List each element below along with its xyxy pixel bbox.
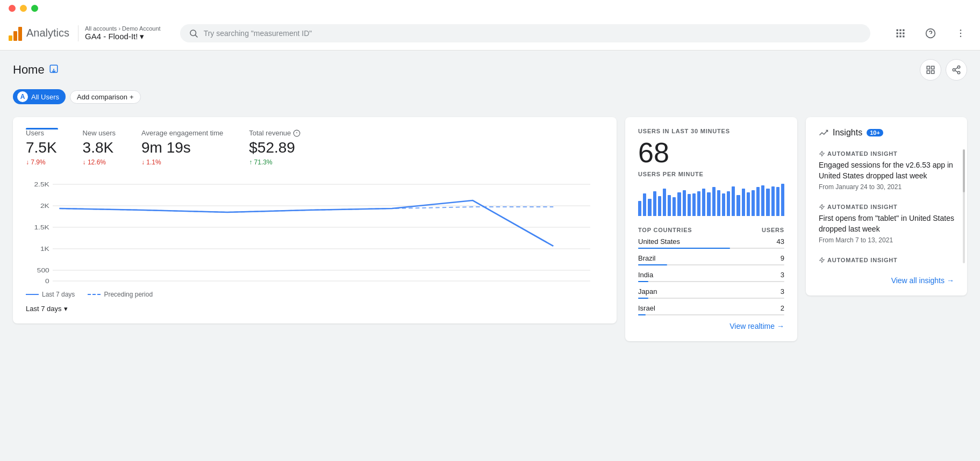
- svg-marker-51: [820, 204, 825, 210]
- svg-rect-7: [903, 32, 904, 34]
- metric-engagement-change: ↓ 1.1%: [141, 159, 223, 166]
- search-icon: [189, 28, 198, 38]
- automated-insight-icon-3: [819, 257, 825, 263]
- app-name: Analytics: [26, 27, 69, 39]
- mini-bars-chart: [638, 184, 784, 216]
- insight-type-label-3: AUTOMATED INSIGHT: [819, 257, 954, 263]
- mini-bar: [776, 187, 779, 216]
- country-row: Japan3: [638, 287, 784, 299]
- svg-text:1.5K: 1.5K: [34, 224, 49, 230]
- realtime-card: USERS IN LAST 30 MINUTES 68 USERS PER MI…: [625, 117, 797, 341]
- insight-title-1: Engaged sessions for the v2.6.53 app in …: [819, 160, 954, 181]
- metric-engagement-label: Average engagement time: [141, 129, 223, 137]
- mini-bar: [771, 186, 775, 216]
- svg-text:06: 06: [304, 285, 312, 286]
- insight-date-2: From March 7 to 13, 2021: [819, 236, 954, 244]
- country-row: Israel2: [638, 304, 784, 315]
- legend-preceding-label: Preceding period: [104, 291, 153, 298]
- mini-bar: [663, 189, 666, 216]
- page-header-actions: [920, 59, 967, 81]
- svg-marker-50: [820, 151, 825, 156]
- svg-point-0: [190, 30, 196, 36]
- legend-dashed-line: [88, 294, 101, 295]
- legend-last7-label: Last 7 days: [42, 291, 75, 298]
- date-range-button[interactable]: Last 7 days ▾: [26, 305, 604, 313]
- search-bar[interactable]: Try searching "measurement ID": [180, 24, 870, 42]
- insight-date-1: From January 24 to 30, 2021: [819, 183, 954, 191]
- mini-bar: [697, 191, 700, 216]
- realtime-per-minute-label: USERS PER MINUTE: [638, 171, 784, 177]
- svg-line-26: [955, 68, 957, 69]
- mini-bar: [668, 195, 671, 216]
- metric-users-change: ↓ 7.9%: [26, 159, 57, 166]
- mini-bar: [707, 192, 710, 216]
- mini-bar: [677, 192, 681, 216]
- close-button[interactable]: [9, 5, 16, 12]
- mini-bar: [688, 194, 691, 216]
- svg-text:2.5K: 2.5K: [34, 181, 49, 188]
- chart-container: 2.5K 2K 1.5K 1K 500 0 03 Apr 04 05 06 07…: [26, 179, 604, 286]
- mini-bar: [683, 190, 686, 216]
- svg-rect-3: [899, 29, 901, 31]
- maximize-button[interactable]: [31, 5, 38, 12]
- apps-icon[interactable]: [890, 23, 911, 44]
- nav-icons: [890, 23, 971, 44]
- mini-bar: [736, 195, 740, 216]
- mini-bar: [747, 192, 750, 216]
- insight-item-3: AUTOMATED INSIGHT: [819, 257, 954, 263]
- realtime-section-label: USERS IN LAST 30 MINUTES: [638, 128, 784, 134]
- svg-rect-2: [897, 29, 898, 31]
- share-button[interactable]: [946, 59, 967, 81]
- mini-bar: [752, 190, 755, 216]
- svg-point-14: [960, 32, 962, 34]
- metric-users-label: Users: [26, 129, 57, 137]
- view-realtime-link[interactable]: View realtime →: [638, 322, 784, 330]
- metric-engagement-value: 9m 19s: [141, 139, 223, 156]
- minimize-button[interactable]: [20, 5, 27, 12]
- svg-point-13: [960, 29, 962, 31]
- insight-title-2: First opens from "tablet" in United Stat…: [819, 213, 954, 234]
- svg-text:05: 05: [223, 285, 231, 286]
- svg-rect-19: [932, 66, 934, 69]
- metrics-row: Users 7.5K ↓ 7.9% New users 3.8K ↓ 12.6%…: [26, 129, 604, 166]
- mini-bar: [766, 189, 769, 216]
- svg-rect-4: [903, 29, 904, 31]
- insight-type-label-1: AUTOMATED INSIGHT: [819, 150, 954, 157]
- svg-text:03: 03: [55, 285, 63, 286]
- mini-bar: [742, 189, 745, 216]
- metric-new-users: New users 3.8K ↓ 12.6%: [83, 129, 116, 166]
- chip-avatar: A: [17, 91, 28, 102]
- insight-item-1: AUTOMATED INSIGHT Engaged sessions for t…: [819, 150, 954, 191]
- breadcrumb-account[interactable]: GA4 - Flood-It! ▾: [85, 32, 161, 41]
- filter-row: A All Users Add comparison +: [13, 89, 967, 104]
- mini-bar: [658, 196, 661, 216]
- insights-card: Insights 10+ AUTOMATED INSIGHT Engaged s…: [806, 117, 967, 296]
- tab-bar: [26, 128, 604, 129]
- svg-text:2K: 2K: [40, 203, 50, 209]
- insights-sparkline-icon: [819, 128, 828, 138]
- metric-revenue-change: ↑ 71.3%: [249, 159, 301, 166]
- chevron-down-icon: ▾: [64, 305, 68, 313]
- help-icon[interactable]: [920, 23, 941, 44]
- customize-dashboard-button[interactable]: [920, 59, 941, 81]
- main-content: Home A All Users Add comparison +: [0, 51, 980, 350]
- breadcrumb-top: All accounts › Demo Account: [85, 25, 161, 32]
- arrow-icon: →: [777, 322, 784, 330]
- automated-insight-icon-1: [819, 150, 825, 157]
- export-icon[interactable]: [49, 64, 59, 76]
- country-row: India3: [638, 271, 784, 282]
- add-comparison-button[interactable]: Add comparison +: [70, 90, 141, 104]
- svg-line-1: [195, 35, 197, 37]
- search-placeholder: Try searching "measurement ID": [204, 29, 312, 38]
- mini-bar: [653, 191, 656, 216]
- legend-last7: Last 7 days: [26, 291, 75, 298]
- svg-rect-9: [899, 35, 901, 37]
- all-users-chip[interactable]: A All Users: [13, 89, 66, 104]
- svg-line-25: [955, 70, 957, 72]
- country-row: United States43: [638, 237, 784, 249]
- insights-scrollbar[interactable]: [963, 149, 965, 263]
- more-icon[interactable]: [950, 23, 971, 44]
- view-all-insights-link[interactable]: View all insights →: [819, 276, 954, 285]
- breadcrumb: All accounts › Demo Account GA4 - Flood-…: [78, 25, 161, 41]
- tab-users[interactable]: [26, 128, 58, 129]
